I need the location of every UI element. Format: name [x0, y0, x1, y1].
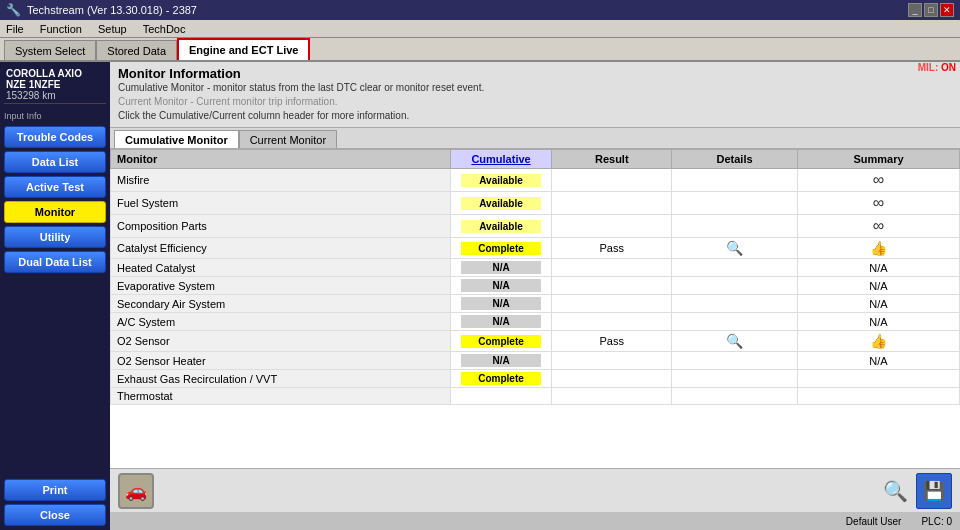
- monitor-button[interactable]: Monitor: [4, 201, 106, 223]
- table-row: Composition PartsAvailable∞: [111, 215, 960, 238]
- col-details: Details: [672, 150, 798, 169]
- summary-cell: [797, 370, 959, 388]
- mil-indicator: MIL: ON: [918, 62, 956, 73]
- result-cell: Pass: [552, 238, 672, 259]
- utility-button[interactable]: Utility: [4, 226, 106, 248]
- summary-cell: N/A: [797, 352, 959, 370]
- summary-cell: N/A: [797, 277, 959, 295]
- monitor-name-cell: O2 Sensor Heater: [111, 352, 451, 370]
- monitor-name-cell: Secondary Air System: [111, 295, 451, 313]
- monitor-table: Monitor Cumulative Result Details Summar…: [110, 149, 960, 405]
- monitor-info-title: Monitor Information: [118, 66, 952, 81]
- summary-cell: ∞: [797, 169, 959, 192]
- bottom-icon-left[interactable]: 🚗: [118, 473, 154, 509]
- dual-data-list-button[interactable]: Dual Data List: [4, 251, 106, 273]
- sidebar: COROLLA AXIO NZE 1NZFE 153298 km Input I…: [0, 62, 110, 530]
- result-cell: [552, 169, 672, 192]
- result-cell: [552, 295, 672, 313]
- click-hint: Click the Cumulative/Current column head…: [118, 109, 952, 123]
- details-search-icon[interactable]: 🔍: [726, 333, 743, 349]
- menu-techdoc[interactable]: TechDoc: [141, 23, 188, 35]
- save-button-bottom[interactable]: 💾: [916, 473, 952, 509]
- status-bar: Default User PLC: 0: [110, 512, 960, 530]
- print-button[interactable]: Print: [4, 479, 106, 501]
- monitor-name-cell: A/C System: [111, 313, 451, 331]
- details-cell: [672, 388, 798, 405]
- cumulative-status-cell: N/A: [450, 352, 552, 370]
- cumulative-status-cell: Available: [450, 169, 552, 192]
- result-cell: [552, 277, 672, 295]
- mil-label: MIL:: [918, 62, 939, 73]
- close-button-sidebar[interactable]: Close: [4, 504, 106, 526]
- car-icon: 🚗: [125, 480, 147, 502]
- infinity-icon: ∞: [873, 171, 884, 188]
- inner-tab-bar: Cumulative Monitor Current Monitor: [110, 128, 960, 149]
- table-row: O2 SensorCompletePass🔍👍: [111, 331, 960, 352]
- details-cell: [672, 259, 798, 277]
- monitor-name-cell: Composition Parts: [111, 215, 451, 238]
- menu-file[interactable]: File: [4, 23, 26, 35]
- tab-cumulative-monitor[interactable]: Cumulative Monitor: [114, 130, 239, 148]
- tab-system-select[interactable]: System Select: [4, 40, 96, 60]
- monitor-name-cell: Misfire: [111, 169, 451, 192]
- table-row: Evaporative SystemN/AN/A: [111, 277, 960, 295]
- table-row: Secondary Air SystemN/AN/A: [111, 295, 960, 313]
- tab-current-monitor[interactable]: Current Monitor: [239, 130, 337, 148]
- content-area: Monitor Information Cumulative Monitor -…: [110, 62, 960, 530]
- col-summary: Summary: [797, 150, 959, 169]
- summary-cell: 👍: [797, 331, 959, 352]
- cumulative-status-cell: [450, 388, 552, 405]
- result-cell: [552, 313, 672, 331]
- details-cell[interactable]: 🔍: [672, 238, 798, 259]
- thumbs-up-icon: 👍: [870, 240, 887, 256]
- data-list-button[interactable]: Data List: [4, 151, 106, 173]
- col-cumulative[interactable]: Cumulative: [450, 150, 552, 169]
- details-cell: [672, 169, 798, 192]
- summary-cell: [797, 388, 959, 405]
- menu-function[interactable]: Function: [38, 23, 84, 35]
- trouble-codes-button[interactable]: Trouble Codes: [4, 126, 106, 148]
- details-cell: [672, 313, 798, 331]
- monitor-name-cell: Catalyst Efficiency: [111, 238, 451, 259]
- mil-status: ON: [941, 62, 956, 73]
- title-bar: 🔧 Techstream (Ver 13.30.018) - 2387 _ □ …: [0, 0, 960, 20]
- vehicle-model: COROLLA AXIO NZE 1NZFE: [6, 68, 104, 90]
- cumulative-status-cell: N/A: [450, 313, 552, 331]
- search-icon-bottom[interactable]: 🔍: [883, 479, 908, 503]
- table-row: Fuel SystemAvailable∞: [111, 192, 960, 215]
- details-cell: [672, 215, 798, 238]
- result-cell: [552, 352, 672, 370]
- infinity-icon: ∞: [873, 217, 884, 234]
- details-cell[interactable]: 🔍: [672, 331, 798, 352]
- table-row: Exhaust Gas Recirculation / VVTComplete: [111, 370, 960, 388]
- result-cell: [552, 370, 672, 388]
- monitor-name-cell: Fuel System: [111, 192, 451, 215]
- tab-engine-ect-live[interactable]: Engine and ECT Live: [177, 38, 310, 60]
- cumulative-status-cell: Complete: [450, 331, 552, 352]
- table-row: O2 Sensor HeaterN/AN/A: [111, 352, 960, 370]
- details-cell: [672, 277, 798, 295]
- cumulative-status-cell: Available: [450, 215, 552, 238]
- details-cell: [672, 295, 798, 313]
- tab-stored-data[interactable]: Stored Data: [96, 40, 177, 60]
- active-test-button[interactable]: Active Test: [4, 176, 106, 198]
- details-search-icon[interactable]: 🔍: [726, 240, 743, 256]
- cumulative-desc: Cumulative Monitor - monitor status from…: [118, 81, 952, 95]
- monitor-info-header: Monitor Information Cumulative Monitor -…: [110, 62, 960, 128]
- monitor-name-cell: Evaporative System: [111, 277, 451, 295]
- window-controls[interactable]: _ □ ✕: [908, 3, 954, 17]
- maximize-button[interactable]: □: [924, 3, 938, 17]
- table-row: A/C SystemN/AN/A: [111, 313, 960, 331]
- menu-setup[interactable]: Setup: [96, 23, 129, 35]
- summary-cell: N/A: [797, 259, 959, 277]
- cumulative-status-cell: Available: [450, 192, 552, 215]
- thumbs-up-icon: 👍: [870, 333, 887, 349]
- minimize-button[interactable]: _: [908, 3, 922, 17]
- details-cell: [672, 192, 798, 215]
- save-icon: 💾: [923, 480, 945, 502]
- close-button[interactable]: ✕: [940, 3, 954, 17]
- cumulative-status-cell: N/A: [450, 277, 552, 295]
- cumulative-status-cell: N/A: [450, 295, 552, 313]
- details-cell: [672, 370, 798, 388]
- infinity-icon: ∞: [873, 194, 884, 211]
